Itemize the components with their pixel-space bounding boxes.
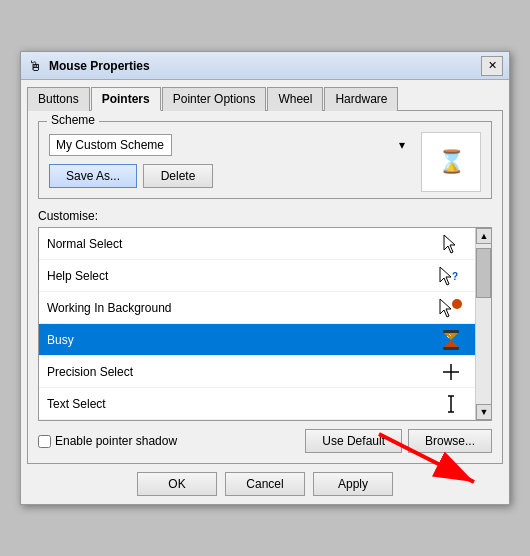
svg-point-4: [452, 299, 462, 309]
cursor-icon-text: [435, 394, 467, 414]
scheme-section: My Custom Scheme Save As... Delete: [49, 134, 481, 188]
cursor-item-normal[interactable]: Normal Select: [39, 228, 475, 260]
svg-rect-5: [443, 330, 459, 333]
svg-marker-1: [440, 267, 451, 285]
browse-button[interactable]: Browse...: [408, 429, 492, 453]
tab-wheel[interactable]: Wheel: [267, 87, 323, 111]
svg-marker-0: [444, 235, 455, 253]
scrollbar-track[interactable]: [476, 244, 491, 404]
window-title: Mouse Properties: [49, 59, 481, 73]
scrollbar[interactable]: ▲ ▼: [475, 228, 491, 420]
shadow-checkbox-label[interactable]: Enable pointer shadow: [38, 434, 177, 448]
cursor-name-help: Help Select: [47, 269, 108, 283]
cursor-icon-help: ?: [435, 266, 467, 286]
cursor-name-working: Working In Background: [47, 301, 172, 315]
save-as-button[interactable]: Save As...: [49, 164, 137, 188]
scrollbar-thumb[interactable]: [476, 248, 491, 298]
cursor-name-text: Text Select: [47, 397, 106, 411]
scheme-group-label: Scheme: [47, 113, 99, 127]
delete-button[interactable]: Delete: [143, 164, 213, 188]
scheme-buttons: Save As... Delete: [49, 164, 411, 188]
cursor-item-precision[interactable]: Precision Select: [39, 356, 475, 388]
tab-hardware[interactable]: Hardware: [324, 87, 398, 111]
cursor-name-normal: Normal Select: [47, 237, 122, 251]
close-button[interactable]: ✕: [481, 56, 503, 76]
scrollbar-up-button[interactable]: ▲: [476, 228, 492, 244]
window-icon: 🖱: [27, 58, 43, 74]
cursor-name-precision: Precision Select: [47, 365, 133, 379]
svg-rect-6: [443, 347, 459, 350]
cursor-icon-busy: [435, 328, 467, 352]
mouse-properties-window: 🖱 Mouse Properties ✕ Buttons Pointers Po…: [20, 51, 510, 505]
cancel-button[interactable]: Cancel: [225, 472, 305, 496]
cursor-item-help[interactable]: Help Select ?: [39, 260, 475, 292]
options-buttons: Use Default Browse...: [305, 429, 492, 453]
title-bar: 🖱 Mouse Properties ✕: [21, 52, 509, 80]
scheme-row: My Custom Scheme: [49, 134, 411, 156]
options-row: Enable pointer shadow Use Default Browse…: [38, 429, 492, 453]
cursor-name-busy: Busy: [47, 333, 74, 347]
tab-bar: Buttons Pointers Pointer Options Wheel H…: [21, 80, 509, 110]
scheme-dropdown-wrap: My Custom Scheme: [49, 134, 411, 156]
cursor-icon-working: [435, 298, 467, 318]
footer: OK Cancel Apply: [21, 464, 509, 504]
svg-text:?: ?: [452, 271, 458, 282]
use-default-button[interactable]: Use Default: [305, 429, 402, 453]
tab-pointer-options[interactable]: Pointer Options: [162, 87, 267, 111]
cursor-list[interactable]: Normal Select Help Select ?: [39, 228, 475, 420]
cursor-icon-normal: [435, 234, 467, 254]
cursor-icon-precision: [435, 362, 467, 382]
cursor-item-text[interactable]: Text Select: [39, 388, 475, 420]
tab-pointers[interactable]: Pointers: [91, 87, 161, 111]
shadow-label: Enable pointer shadow: [55, 434, 177, 448]
cursor-list-container: Normal Select Help Select ?: [38, 227, 492, 421]
tab-buttons[interactable]: Buttons: [27, 87, 90, 111]
ok-button[interactable]: OK: [137, 472, 217, 496]
tab-content: Scheme ⌛ My Custom Scheme Save As... Del…: [27, 110, 503, 464]
scheme-group: Scheme ⌛ My Custom Scheme Save As... Del…: [38, 121, 492, 199]
svg-marker-3: [440, 299, 451, 317]
shadow-checkbox[interactable]: [38, 435, 51, 448]
cursor-item-working[interactable]: Working In Background: [39, 292, 475, 324]
cursor-item-busy[interactable]: Busy: [39, 324, 475, 356]
customise-label: Customise:: [38, 209, 492, 223]
apply-button[interactable]: Apply: [313, 472, 393, 496]
scrollbar-down-button[interactable]: ▼: [476, 404, 492, 420]
scheme-dropdown[interactable]: My Custom Scheme: [49, 134, 172, 156]
